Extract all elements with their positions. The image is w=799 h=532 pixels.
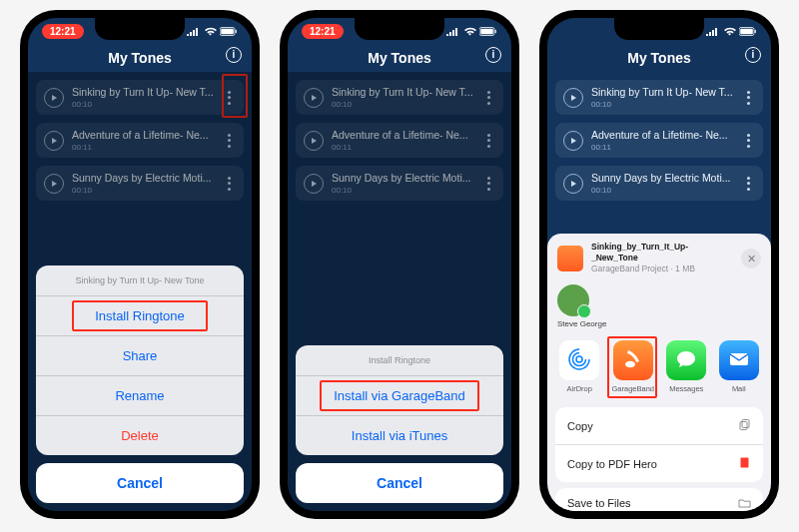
status-icons [187,27,238,36]
install-via-itunes-button[interactable]: Install via iTunes [296,416,503,455]
sheet-title: Install Ringtone [296,345,503,376]
tone-title: Adventure of a Lifetime- Ne... [591,129,733,141]
tone-item[interactable]: Sinking by Turn It Up- New T... 00:10 [555,80,763,115]
info-icon[interactable]: i [745,47,761,63]
svg-rect-4 [480,28,493,34]
share-button[interactable]: Share [36,336,244,376]
airdrop-icon [566,346,592,374]
file-thumbnail [557,246,583,271]
messages-icon [674,347,698,373]
phone-frame-2: 12:21 My Tones i Sinking by Turn It Up- … [280,10,519,519]
recording-clock: 12:21 [42,24,84,39]
svg-rect-7 [740,28,753,34]
screen-1: 12:21 My Tones i Sinking by Turn It Up- … [28,18,252,511]
svg-point-12 [625,361,635,367]
share-actions: Copy Copy to PDF Hero [555,407,763,482]
install-ringtone-button[interactable]: Install Ringtone [36,296,244,336]
play-icon[interactable] [563,131,583,151]
svg-rect-8 [755,29,756,32]
notch [614,18,704,40]
notch [355,18,444,40]
action-sheet: Sinking by Turn It Up- New Tone Install … [36,266,244,503]
page-title: My Tones [108,50,172,66]
screen-2: 12:21 My Tones i Sinking by Turn It Up- … [288,18,511,511]
contact-suggestion[interactable]: Steve George [547,282,771,334]
install-via-garageband-button[interactable]: Install via GarageBand [296,376,503,416]
phone-frame-3: My Tones i Sinking by Turn It Up- New T.… [539,10,779,519]
messages-button[interactable]: Messages [666,340,706,393]
mail-icon [727,347,751,373]
status-icons [706,27,757,36]
page-header: My Tones i [28,44,252,72]
share-sub: GarageBand Project · 1 MB [591,264,733,274]
tone-duration: 00:10 [591,186,733,195]
svg-rect-14 [740,422,747,430]
folder-icon [738,497,751,510]
rename-button[interactable]: Rename [36,376,244,416]
more-options-icon[interactable] [741,175,755,193]
share-apps-row: AirDrop GarageBand Messages [547,334,771,403]
svg-rect-2 [236,29,237,32]
tone-title: Sinking by Turn It Up- New T... [591,86,733,98]
copy-icon [738,418,751,433]
play-icon[interactable] [563,88,583,108]
status-icons [446,27,497,36]
save-to-files-action[interactable]: Save to Files [555,488,763,511]
page-header: My Tones i [547,44,771,72]
svg-rect-1 [221,28,234,34]
contact-name: Steve George [557,319,606,328]
action-sheet: Install Ringtone Install via GarageBand … [296,345,503,503]
avatar [557,284,589,316]
svg-rect-16 [741,458,749,468]
notch [95,18,185,40]
close-icon[interactable]: ✕ [741,249,761,268]
tone-item[interactable]: Adventure of a Lifetime- Ne... 00:11 [555,123,763,158]
share-header: Sinking_by_Turn_It_Up-_New_Tone GarageBa… [547,234,771,282]
copy-to-pdfhero-action[interactable]: Copy to PDF Hero [555,445,763,482]
page-title: My Tones [627,50,691,66]
delete-button[interactable]: Delete [36,416,244,455]
info-icon[interactable]: i [226,47,242,63]
share-sheet: Sinking_by_Turn_It_Up-_New_Tone GarageBa… [547,234,771,511]
more-options-icon[interactable] [741,89,755,107]
svg-point-9 [576,356,582,362]
more-options-icon[interactable] [741,132,755,150]
sheet-title: Sinking by Turn It Up- New Tone [36,266,244,296]
pdf-icon [738,456,751,471]
cancel-button[interactable]: Cancel [296,463,503,503]
tone-duration: 00:11 [591,143,733,152]
phone-frame-1: 12:21 My Tones i Sinking by Turn It Up- … [20,10,260,519]
screen-3: My Tones i Sinking by Turn It Up- New T.… [547,18,771,511]
tone-title: Sunny Days by Electric Moti... [591,172,733,184]
tone-duration: 00:10 [591,100,733,109]
svg-rect-13 [730,353,748,365]
page-title: My Tones [368,50,431,66]
page-header: My Tones i [288,44,511,72]
mail-button[interactable]: Mail [719,340,759,393]
svg-point-10 [573,353,586,366]
recording-clock: 12:21 [302,24,344,39]
info-icon[interactable]: i [485,47,501,63]
airdrop-button[interactable]: AirDrop [559,340,599,393]
svg-rect-5 [495,29,496,32]
copy-action[interactable]: Copy [555,407,763,445]
svg-rect-15 [742,420,749,428]
tone-item[interactable]: Sunny Days by Electric Moti... 00:10 [555,166,763,201]
garageband-button[interactable]: GarageBand [611,340,654,393]
share-filename: Sinking_by_Turn_It_Up-_New_Tone [591,242,733,264]
play-icon[interactable] [563,174,583,194]
cancel-button[interactable]: Cancel [36,463,244,503]
tone-list: Sinking by Turn It Up- New T... 00:10 Ad… [547,80,771,201]
garageband-icon [621,347,645,373]
